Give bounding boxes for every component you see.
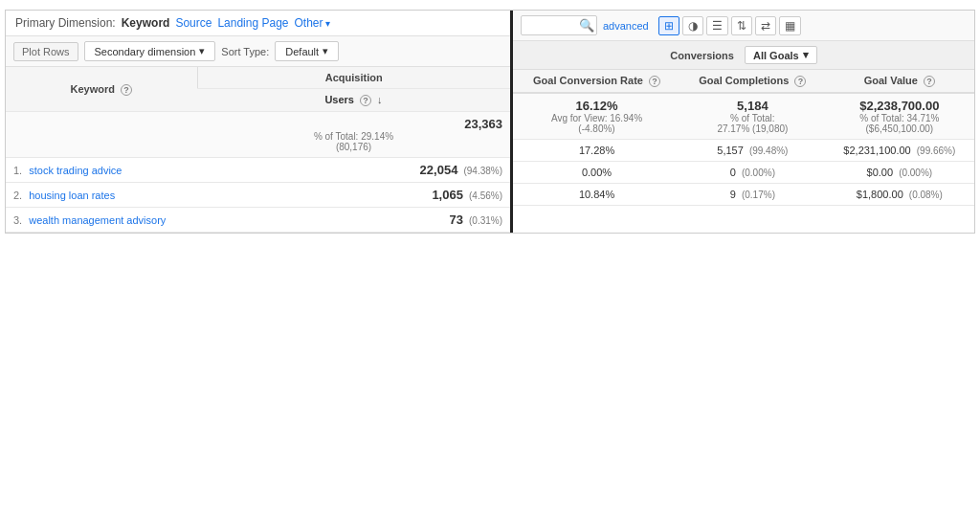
row3-gcr-cell: 10.84% bbox=[513, 184, 680, 206]
users-help-icon[interactable]: ? bbox=[360, 95, 371, 106]
row3-goal-value-cell: $1,800.00 (0.08%) bbox=[825, 184, 974, 206]
users-column-header: Users ? ↓ bbox=[197, 89, 510, 112]
landing-page-dim-link[interactable]: Landing Page bbox=[217, 16, 288, 30]
total-row: 23,363 % of Total: 29.14% (80,176) bbox=[6, 112, 510, 158]
row2-users-cell: 1,065 (4.56%) bbox=[197, 183, 510, 208]
advanced-link[interactable]: advanced bbox=[603, 20, 649, 32]
row1-completions-cell: 5,157 (99.48%) bbox=[680, 140, 825, 162]
row2-keyword-link[interactable]: housing loan rates bbox=[29, 190, 115, 201]
total-gcr-cell: 16.12% Avg for View: 16.94% (-4.80%) bbox=[513, 93, 680, 140]
sort-type-label: Sort Type: bbox=[221, 46, 269, 57]
pie-view-button[interactable]: ◑ bbox=[682, 16, 703, 35]
table-row: 3. wealth management advisory 73 (0.31%) bbox=[6, 208, 510, 233]
row3-completions-cell: 9 (0.17%) bbox=[680, 184, 825, 206]
row2-keyword-cell: 2. housing loan rates bbox=[6, 183, 197, 208]
source-dim-link[interactable]: Source bbox=[175, 16, 212, 30]
goal-value-help-icon[interactable]: ? bbox=[924, 76, 935, 87]
secondary-dimension-dropdown[interactable]: Secondary dimension ▾ bbox=[84, 41, 216, 61]
keyword-dim[interactable]: Keyword bbox=[122, 16, 170, 30]
term-cloud-button[interactable]: ⇄ bbox=[755, 16, 776, 35]
secondary-dim-chevron-icon: ▾ bbox=[199, 45, 205, 57]
all-goals-dropdown[interactable]: All Goals ▾ bbox=[745, 46, 817, 64]
row3-users-cell: 73 (0.31%) bbox=[197, 208, 510, 233]
primary-dim-label: Primary Dimension: bbox=[15, 16, 116, 30]
left-toolbar: Plot Rows Secondary dimension ▾ Sort Typ… bbox=[6, 36, 510, 67]
total-gv-pct: % of Total: 34.71% ($6,450,100.00) bbox=[833, 113, 967, 134]
left-data-table: Keyword ? Acquisition Users ? ↓ bbox=[6, 67, 510, 233]
total-users-pct: % of Total: 29.14% (80,176) bbox=[205, 131, 502, 152]
total-users-cell: 23,363 % of Total: 29.14% (80,176) bbox=[197, 112, 510, 158]
row1-gcr-cell: 17.28% bbox=[513, 140, 680, 162]
right-table-wrap: Conversions All Goals ▾ Goal Conversio bbox=[513, 41, 974, 206]
gcr-help-icon[interactable]: ? bbox=[649, 76, 660, 87]
total-gcr-avg: Avg for View: 16.94% (-4.80%) bbox=[521, 113, 673, 134]
table-row: 10.84% 9 (0.17%) $1,800.00 (0.08%) bbox=[513, 184, 974, 206]
table-view-button[interactable]: ⊞ bbox=[658, 16, 679, 35]
right-toolbar: 🔍 advanced ⊞ ◑ ☰ ⇅ ⇄ ▦ bbox=[513, 11, 974, 41]
dimension-bar: Primary Dimension: Keyword Source Landin… bbox=[6, 11, 510, 36]
table-row: 1. stock trading advice 22,054 (94.38%) bbox=[6, 158, 510, 183]
row3-keyword-cell: 3. wealth management advisory bbox=[6, 208, 197, 233]
row1-keyword-cell: 1. stock trading advice bbox=[6, 158, 197, 183]
right-total-row: 16.12% Avg for View: 16.94% (-4.80%) 5,1… bbox=[513, 93, 974, 140]
row1-goal-value-cell: $2,231,100.00 (99.66%) bbox=[825, 140, 974, 162]
bar-view-button[interactable]: ☰ bbox=[706, 16, 728, 35]
table-row: 17.28% 5,157 (99.48%) $2,231,100.00 (99.… bbox=[513, 140, 974, 162]
other-dim-dropdown[interactable]: Other ▾ bbox=[295, 16, 330, 30]
row1-keyword-link[interactable]: stock trading advice bbox=[29, 165, 122, 176]
row2-gcr-cell: 0.00% bbox=[513, 162, 680, 184]
comparison-view-button[interactable]: ⇅ bbox=[731, 16, 752, 35]
keyword-column-header: Keyword ? bbox=[6, 67, 197, 112]
right-data-table: Conversions All Goals ▾ Goal Conversio bbox=[513, 41, 974, 206]
acquisition-section-header: Acquisition bbox=[197, 67, 510, 89]
completions-help-icon[interactable]: ? bbox=[794, 76, 806, 87]
gcr-column-header: Goal Conversion Rate ? bbox=[513, 70, 680, 94]
row2-goal-value-cell: $0.00 (0.00%) bbox=[825, 162, 974, 184]
goal-value-column-header: Goal Value ? bbox=[825, 70, 974, 94]
total-comp-pct: % of Total: 27.17% (19,080) bbox=[688, 113, 817, 134]
view-icons-group: ⊞ ◑ ☰ ⇅ ⇄ ▦ bbox=[658, 16, 801, 35]
sort-default-dropdown[interactable]: Default ▾ bbox=[275, 41, 339, 61]
search-icon[interactable]: 🔍 bbox=[579, 18, 594, 33]
conversions-section-header: Conversions All Goals ▾ bbox=[513, 41, 974, 70]
other-chevron-icon: ▾ bbox=[325, 18, 330, 29]
total-goal-value-cell: $2,238,700.00 % of Total: 34.71% ($6,450… bbox=[825, 93, 974, 140]
search-input[interactable] bbox=[526, 20, 579, 32]
completions-column-header: Goal Completions ? bbox=[680, 70, 825, 94]
row3-keyword-link[interactable]: wealth management advisory bbox=[29, 214, 166, 226]
row1-users-cell: 22,054 (94.38%) bbox=[197, 158, 510, 183]
table-row: 0.00% 0 (0.00%) $0.00 (0.00%) bbox=[513, 162, 974, 184]
row2-completions-cell: 0 (0.00%) bbox=[680, 162, 825, 184]
search-box[interactable]: 🔍 bbox=[521, 15, 597, 35]
sort-chevron-icon: ▾ bbox=[323, 45, 328, 57]
table-row: 2. housing loan rates 1,065 (4.56%) bbox=[6, 183, 510, 208]
plot-rows-button[interactable]: Plot Rows bbox=[13, 42, 78, 61]
pivot-view-button[interactable]: ▦ bbox=[779, 16, 801, 35]
total-label-cell bbox=[6, 112, 197, 158]
goals-chevron-icon: ▾ bbox=[803, 49, 809, 61]
users-sort-arrow-icon[interactable]: ↓ bbox=[377, 94, 383, 105]
total-completions-cell: 5,184 % of Total: 27.17% (19,080) bbox=[680, 93, 825, 140]
keyword-help-icon[interactable]: ? bbox=[121, 84, 132, 96]
